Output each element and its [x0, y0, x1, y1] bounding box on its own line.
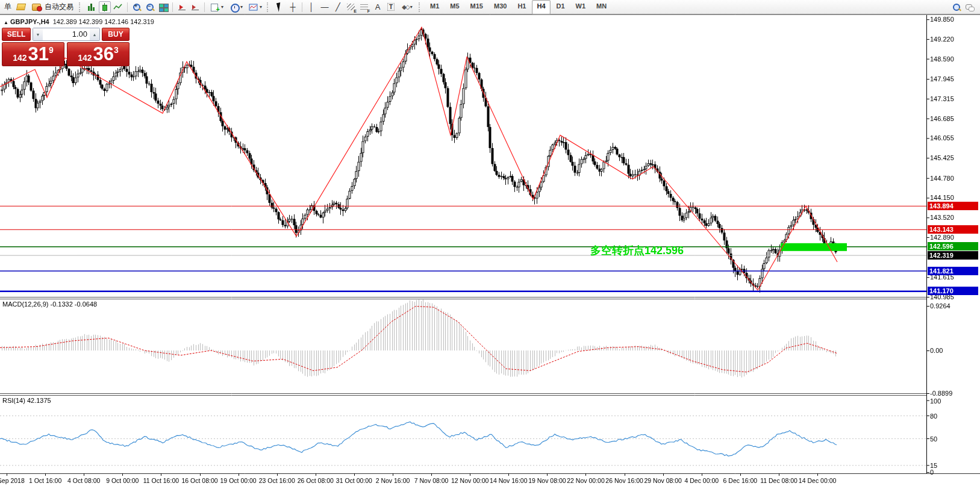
expander-triangle-icon[interactable]: ▲: [4, 20, 8, 25]
fibonacci-icon: F: [360, 2, 369, 12]
vertical-line-icon: │: [309, 2, 314, 11]
buy-price-box[interactable]: 142363: [67, 42, 130, 66]
time-axis-label: 4 Oct 08:00: [67, 477, 100, 484]
timeframe-m5[interactable]: M5: [445, 0, 464, 14]
equidistant-channel-button[interactable]: E: [345, 1, 357, 13]
trendline-button[interactable]: ╱: [332, 1, 344, 13]
periods-clock-icon: [229, 2, 239, 12]
price-axis-tick: 142.890: [930, 234, 978, 241]
crosshair-icon: ┼: [290, 2, 295, 11]
price-axis-tick: 148.590: [930, 55, 978, 63]
sell-price-box[interactable]: 142319: [2, 42, 64, 66]
shift-chart-end-button[interactable]: [176, 1, 188, 13]
crosshair-button[interactable]: ┼: [287, 1, 299, 13]
rsi-axis-tick: 80: [930, 413, 978, 420]
shift-chart-end-icon: [177, 2, 187, 12]
zoom-out-button[interactable]: −: [144, 1, 156, 13]
buy-price-main: 36: [93, 43, 114, 66]
toolbar-grip: [419, 2, 423, 12]
cursor-button[interactable]: [273, 1, 286, 13]
timeframe-m1[interactable]: M1: [425, 0, 444, 14]
templates-button[interactable]: ▾: [246, 1, 264, 13]
toolbar-separator: [172, 2, 173, 12]
time-axis-label: 6 Dec 16:00: [723, 477, 758, 484]
symbol-name: GBPJPY-,H4: [10, 18, 49, 25]
add-indicator-icon: +: [210, 2, 220, 12]
auto-trading-button[interactable]: 自动交易: [28, 1, 76, 13]
macd-axis-tick: 0.00: [930, 347, 978, 354]
timeframe-mn[interactable]: MN: [591, 0, 611, 14]
new-order-button[interactable]: [15, 1, 27, 13]
price-axis-tick: 149.220: [930, 36, 978, 43]
timeframe-w1[interactable]: W1: [571, 0, 591, 14]
search-button[interactable]: [950, 1, 963, 13]
symbol-header: ▲GBPJPY-,H4142.389 142.399 142.146 142.3…: [4, 18, 154, 25]
arrows-icon: ◆◇: [402, 4, 408, 10]
time-axis-label: 4 Dec 00:00: [684, 477, 719, 484]
timeframe-m15[interactable]: M15: [466, 0, 488, 14]
price-level-tag: 143.894: [928, 202, 978, 210]
price-chart-canvas[interactable]: [0, 0, 980, 489]
price-level-tag: 141.170: [928, 287, 978, 295]
horizontal-line-icon: —: [321, 2, 329, 11]
auto-trading-icon: [32, 4, 41, 11]
volume-decrease-button[interactable]: ▼: [33, 28, 43, 40]
one-click-trade-panel: SELL ▼ 1.00 ▲ BUY 142319 142363: [2, 28, 130, 66]
price-axis-tick: 147.945: [930, 75, 978, 83]
price-axis-tick: 146.055: [930, 134, 978, 142]
text-button[interactable]: A: [372, 1, 384, 13]
timeframe-m30[interactable]: M30: [489, 0, 511, 14]
zoom-in-button[interactable]: +: [131, 1, 143, 13]
sell-price-main: 31: [28, 43, 49, 66]
rsi-axis-tick: 100: [930, 397, 978, 405]
volume-increase-button[interactable]: ▲: [90, 28, 99, 40]
price-axis-tick: 146.685: [930, 115, 978, 122]
bar-chart-button[interactable]: [86, 1, 98, 13]
periods-button[interactable]: ▾: [227, 1, 245, 13]
add-indicator-button[interactable]: + ▾: [208, 1, 226, 13]
toolbar-separator: [127, 2, 128, 12]
new-order-button-label[interactable]: 单: [2, 1, 14, 13]
timeframe-group: M1M5M15M30H1H4D1W1MN: [425, 0, 612, 14]
horizontal-line-button[interactable]: —: [319, 1, 331, 13]
zoom-out-icon: −: [145, 2, 155, 12]
auto-scroll-button[interactable]: [189, 1, 201, 13]
time-axis-label: 26 Oct 08:00: [298, 477, 334, 484]
timeframe-d1[interactable]: D1: [552, 0, 570, 14]
rsi-indicator-label: RSI(14) 42.1375: [2, 397, 51, 404]
macd-axis-tick: -0.8899: [930, 390, 978, 397]
arrows-button[interactable]: ◆◇▾: [398, 1, 416, 13]
time-axis-label: 19 Nov 08:00: [528, 477, 566, 484]
line-chart-button[interactable]: [112, 1, 124, 13]
vertical-line-button[interactable]: │: [305, 1, 317, 13]
auto-trading-label: 自动交易: [45, 2, 73, 12]
price-axis-tick: 145.425: [930, 154, 978, 161]
price-axis-tick: 144.150: [930, 194, 978, 201]
volume-box: ▼ 1.00 ▲: [33, 28, 100, 41]
macd-indicator-label: MACD(12,26,9) -0.1332 -0.0648: [2, 301, 97, 308]
tile-windows-button[interactable]: [157, 1, 169, 13]
text-label-button[interactable]: T: [385, 1, 397, 13]
price-level-tag: 143.143: [928, 225, 978, 234]
price-level-tag: 142.596: [928, 242, 978, 251]
chat-button[interactable]: [964, 1, 976, 13]
timeframe-h4[interactable]: H4: [532, 0, 550, 14]
buy-price-sup: 3: [114, 45, 119, 55]
time-axis-label: 11 Dec 08:00: [760, 477, 797, 484]
volume-input[interactable]: 1.00: [43, 28, 90, 40]
price-level-tag: 141.821: [928, 267, 978, 275]
equidistant-channel-icon: E: [346, 2, 356, 12]
toolbar-right-group: [950, 1, 976, 13]
line-chart-icon: [113, 2, 123, 12]
candlestick-chart-button[interactable]: [99, 1, 111, 13]
sell-button[interactable]: SELL: [2, 28, 31, 41]
price-axis-tick: 143.520: [930, 214, 978, 221]
price-axis-tick: 147.315: [930, 95, 978, 102]
timeframe-h1[interactable]: H1: [513, 0, 531, 14]
time-axis-label: 14 Nov 16:00: [490, 477, 527, 484]
fibonacci-button[interactable]: F: [358, 1, 370, 13]
search-icon: [952, 2, 961, 12]
time-axis-label: 7 Nov 08:00: [414, 477, 449, 484]
sell-price-prefix: 142: [13, 53, 27, 63]
buy-button[interactable]: BUY: [102, 28, 130, 41]
